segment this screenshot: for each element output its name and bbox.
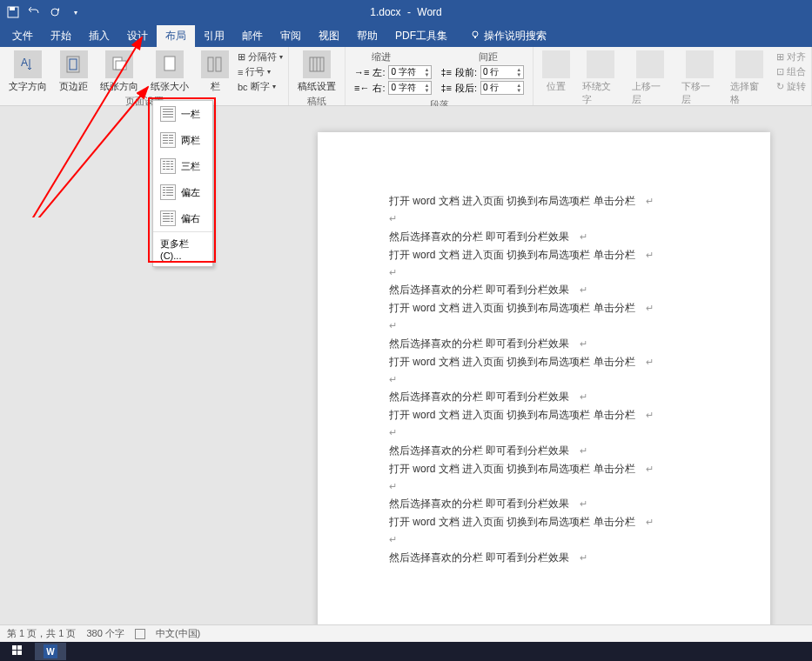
save-icon[interactable]: [7, 6, 19, 18]
titlebar: ▾ 1.docx - Word: [0, 0, 812, 24]
spacing-before-input[interactable]: 0 行 ▲▼: [480, 65, 524, 79]
columns-icon: [201, 50, 229, 78]
size-icon: [156, 50, 184, 78]
svg-rect-7: [70, 59, 77, 70]
svg-text:A: A: [21, 57, 28, 69]
text-direction-button[interactable]: A 文字方向: [3, 49, 52, 95]
columns-option-three[interactable]: 三栏: [153, 153, 212, 179]
svg-rect-1: [10, 7, 15, 10]
orientation-button[interactable]: 纸张方向: [95, 49, 144, 95]
document-line: 然后选择喜欢的分栏 即可看到分栏效果↵: [389, 229, 739, 244]
menu-layout[interactable]: 布局: [157, 25, 195, 47]
hyphenation-icon: bc: [238, 82, 248, 92]
lightbulb-icon: [470, 30, 480, 43]
menu-review[interactable]: 审阅: [272, 25, 310, 47]
menu-pdf-tools[interactable]: PDF工具集: [386, 25, 456, 47]
svg-rect-11: [208, 57, 213, 71]
statusbar: 第 1 页，共 1 页 380 个字 中文(中国): [0, 624, 812, 642]
left-column-icon: [160, 184, 176, 200]
svg-rect-22: [12, 651, 17, 655]
one-column-icon: [160, 106, 176, 122]
windows-icon: [11, 644, 23, 659]
indent-left-input[interactable]: 0 字符 ▲▼: [388, 65, 432, 79]
margins-button[interactable]: 页边距: [54, 49, 93, 95]
send-backward-icon: [686, 50, 714, 78]
columns-option-left[interactable]: 偏左: [153, 179, 212, 205]
menu-references[interactable]: 引用: [195, 25, 233, 47]
svg-rect-21: [17, 645, 22, 650]
svg-rect-9: [116, 61, 126, 70]
document-line: 打开 word 文档 进入页面 切换到布局选项栏 单击分栏↵: [389, 461, 739, 477]
position-icon: [542, 50, 570, 78]
spacing-after-icon: ‡≡: [440, 83, 452, 93]
columns-option-one[interactable]: 一栏: [153, 101, 212, 127]
menu-mailings[interactable]: 邮件: [233, 25, 272, 47]
margins-icon: [60, 50, 88, 78]
document-page: 打开 word 文档 进入页面 切换到布局选项栏 单击分栏↵↵然后选择喜欢的分栏…: [318, 132, 770, 642]
menu-insert[interactable]: 插入: [80, 25, 118, 47]
columns-option-two[interactable]: 两栏: [153, 127, 212, 153]
two-column-icon: [160, 132, 176, 148]
document-line: 然后选择喜欢的分栏 即可看到分栏效果↵: [389, 550, 739, 565]
indent-right-icon: ≡←: [354, 83, 369, 93]
empty-paragraph: ↵: [389, 425, 739, 440]
spacing-after-input[interactable]: 0 行 ▲▼: [480, 81, 524, 95]
manuscript-icon: [303, 50, 331, 78]
page-content: 打开 word 文档 进入页面 切换到布局选项栏 单击分栏↵↵然后选择喜欢的分栏…: [389, 193, 739, 565]
bring-forward-icon: [636, 50, 664, 78]
status-proofing-icon[interactable]: [135, 628, 145, 639]
document-line: 打开 word 文档 进入页面 切换到布局选项栏 单击分栏↵: [389, 407, 739, 423]
menu-design[interactable]: 设计: [118, 25, 157, 47]
size-button[interactable]: 纸张大小: [145, 49, 194, 95]
svg-rect-20: [12, 645, 17, 650]
line-numbers-button[interactable]: ≡ 行号 ▾: [238, 65, 283, 78]
ribbon-group-manuscript: 稿纸设置 稿纸: [289, 47, 346, 105]
selection-pane-button[interactable]: 选择窗格: [725, 49, 773, 108]
taskbar-word-button[interactable]: W: [35, 643, 66, 660]
ribbon-group-arrange: 位置 环绕文字 上移一层 下移一层 选择窗格 ⊞ 对齐: [534, 47, 812, 105]
position-button: 位置: [537, 49, 575, 95]
document-line: 打开 word 文档 进入页面 切换到布局选项栏 单击分栏↵: [389, 514, 739, 530]
indent-left-icon: →≡: [354, 67, 369, 77]
status-page-info[interactable]: 第 1 页，共 1 页: [7, 627, 76, 640]
undo-icon[interactable]: [28, 6, 40, 18]
word-icon: W: [44, 644, 57, 658]
document-line: 然后选择喜欢的分栏 即可看到分栏效果↵: [389, 282, 739, 297]
empty-paragraph: ↵: [389, 211, 739, 226]
columns-option-right[interactable]: 偏右: [153, 205, 212, 231]
columns-button[interactable]: 栏: [196, 49, 234, 95]
menu-file[interactable]: 文件: [3, 25, 42, 47]
svg-rect-23: [17, 651, 22, 655]
document-line: 然后选择喜欢的分栏 即可看到分栏效果↵: [389, 336, 739, 351]
rotate-icon: ↻: [776, 81, 784, 92]
status-language[interactable]: 中文(中国): [156, 627, 200, 640]
menu-help[interactable]: 帮助: [348, 25, 386, 47]
send-backward-button: 下移一层: [676, 49, 724, 108]
indent-right-input[interactable]: 0 字符 ▲▼: [388, 81, 432, 95]
wrap-text-icon: [587, 50, 614, 78]
menubar: 文件 开始 插入 设计 布局 引用 邮件 审阅 视图 帮助 PDF工具集 操作说…: [0, 24, 812, 47]
tell-me-search[interactable]: 操作说明搜索: [463, 27, 554, 45]
app-name: Word: [413, 6, 441, 18]
menu-home[interactable]: 开始: [42, 25, 80, 47]
document-line: 然后选择喜欢的分栏 即可看到分栏效果↵: [389, 443, 739, 458]
document-line: 打开 word 文档 进入页面 切换到布局选项栏 单击分栏↵: [389, 193, 739, 209]
redo-icon[interactable]: [49, 6, 61, 18]
svg-point-2: [51, 9, 58, 16]
svg-point-3: [473, 31, 478, 37]
breaks-button[interactable]: ⊞ 分隔符 ▾: [238, 50, 283, 63]
empty-paragraph: ↵: [389, 265, 739, 280]
status-word-count[interactable]: 380 个字: [86, 627, 124, 640]
document-line: 然后选择喜欢的分栏 即可看到分栏效果↵: [389, 389, 739, 404]
document-title: 1.docx: [370, 6, 404, 18]
document-workspace[interactable]: 打开 word 文档 进入页面 切换到布局选项栏 单击分栏↵↵然后选择喜欢的分栏…: [0, 106, 812, 642]
hyphenation-button[interactable]: bc 断字 ▾: [238, 80, 283, 93]
columns-more-option[interactable]: 更多栏(C)...: [153, 232, 212, 266]
document-line: 打开 word 文档 进入页面 切换到布局选项栏 单击分栏↵: [389, 247, 739, 263]
qat-dropdown-icon[interactable]: ▾: [70, 6, 82, 18]
taskbar-start-button[interactable]: [2, 643, 33, 660]
menu-view[interactable]: 视图: [310, 25, 348, 47]
manuscript-settings-button[interactable]: 稿纸设置: [292, 49, 341, 95]
selection-pane-icon: [735, 50, 763, 78]
rotate-button: ↻ 旋转: [776, 80, 806, 93]
